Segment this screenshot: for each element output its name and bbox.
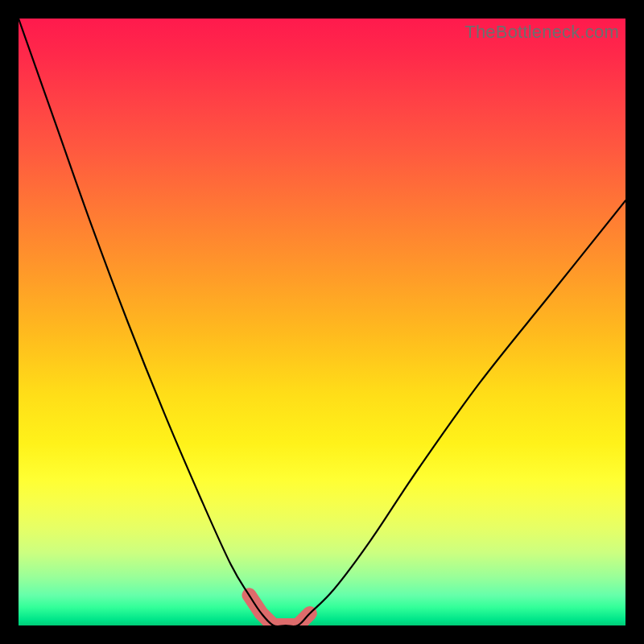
plot-area: TheBottleneck.com: [19, 19, 625, 625]
chart-stage: TheBottleneck.com: [0, 0, 644, 644]
chart-overlay: [19, 19, 625, 625]
bottleneck-curve-line: [19, 19, 625, 625]
